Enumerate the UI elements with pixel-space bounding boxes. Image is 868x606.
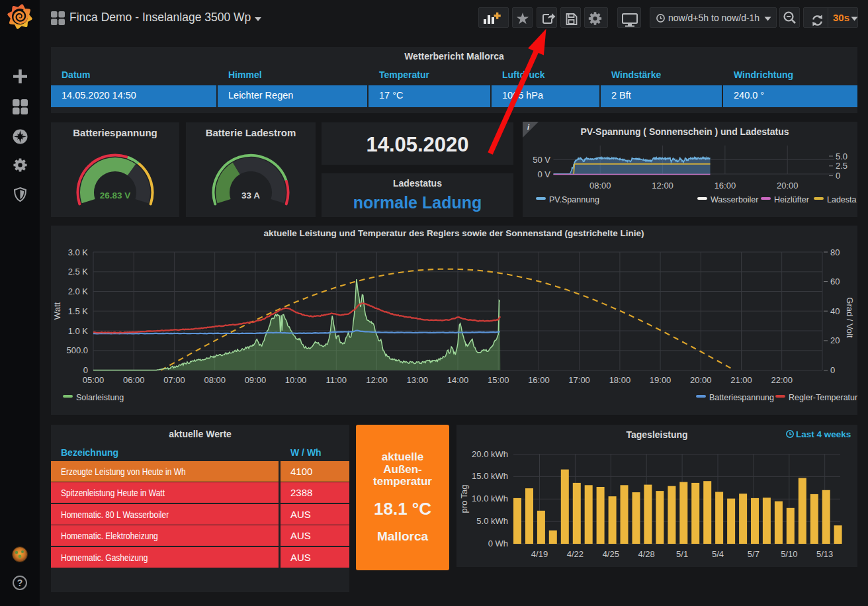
svg-text:0: 0 — [836, 171, 840, 181]
svg-text:20:00: 20:00 — [777, 181, 799, 191]
svg-text:Batteriespannung: Batteriespannung — [73, 127, 157, 138]
svg-text:Regler-Temperatur: Regler-Temperatur — [789, 393, 857, 402]
svg-text:Wasserboiler: Wasserboiler — [711, 195, 758, 204]
svg-text:26.83 V: 26.83 V — [100, 191, 131, 200]
svg-text:0: 0 — [83, 365, 88, 375]
svg-text:10:00: 10:00 — [285, 375, 307, 385]
svg-text:pro Tag: pro Tag — [459, 484, 469, 513]
svg-text:500.0: 500.0 — [66, 345, 88, 355]
svg-text:2.5 K: 2.5 K — [68, 267, 89, 277]
svg-text:06:00: 06:00 — [123, 375, 145, 385]
svg-text:4/25: 4/25 — [603, 549, 619, 559]
svg-text:Batterie Ladestrom: Batterie Ladestrom — [206, 127, 296, 138]
svg-text:14:00: 14:00 — [447, 375, 469, 385]
svg-text:5/7: 5/7 — [748, 549, 760, 559]
svg-text:1.0 K: 1.0 K — [68, 326, 89, 336]
svg-text:60: 60 — [830, 277, 840, 286]
svg-text:11:00: 11:00 — [326, 375, 347, 385]
svg-text:Tagesleistung: Tagesleistung — [626, 429, 687, 440]
svg-text:2.0 K: 2.0 K — [68, 286, 89, 296]
svg-text:12:00: 12:00 — [652, 181, 673, 191]
svg-text:Grad / Volt: Grad / Volt — [845, 297, 855, 338]
svg-text:Last 4 weeks: Last 4 weeks — [796, 429, 851, 439]
svg-text:0 Wh: 0 Wh — [488, 539, 508, 548]
svg-text:22:00: 22:00 — [771, 375, 793, 385]
svg-text:19:00: 19:00 — [650, 375, 672, 385]
svg-text:0: 0 — [830, 365, 835, 375]
svg-text:20.0 kWh: 20.0 kWh — [472, 449, 508, 459]
svg-text:08:00: 08:00 — [204, 375, 226, 385]
svg-text:12:00: 12:00 — [366, 375, 388, 385]
svg-text:1.5 K: 1.5 K — [68, 306, 89, 316]
svg-text:21:00: 21:00 — [730, 375, 752, 385]
svg-text:50 V: 50 V — [533, 155, 550, 165]
svg-text:Heizlüfter: Heizlüfter — [774, 195, 809, 204]
svg-text:07:00: 07:00 — [163, 375, 185, 385]
svg-text:Watt: Watt — [52, 302, 62, 320]
svg-text:17:00: 17:00 — [568, 375, 590, 385]
svg-text:08:00: 08:00 — [589, 181, 611, 191]
svg-text:5/13: 5/13 — [816, 549, 833, 559]
svg-text:4/22: 4/22 — [567, 549, 584, 559]
svg-text:5/1: 5/1 — [676, 549, 688, 559]
svg-text:PV.Spannung: PV.Spannung — [549, 195, 599, 204]
svg-text:15.0 kWh: 15.0 kWh — [472, 471, 508, 481]
svg-text:20: 20 — [830, 335, 840, 345]
svg-text:5.0 kWh: 5.0 kWh — [476, 516, 508, 526]
svg-text:05:00: 05:00 — [83, 375, 105, 385]
svg-text:40: 40 — [830, 306, 840, 316]
svg-text:0 V: 0 V — [537, 169, 550, 179]
svg-text:2.5: 2.5 — [836, 161, 847, 171]
svg-text:3.0 K: 3.0 K — [68, 247, 89, 257]
svg-text:10.0 kWh: 10.0 kWh — [472, 494, 508, 503]
svg-text:Ladesta: Ladesta — [827, 195, 857, 204]
svg-text:33 A: 33 A — [241, 191, 260, 200]
svg-text:5/10: 5/10 — [781, 549, 797, 559]
svg-text:80: 80 — [830, 247, 840, 257]
svg-text:aktuelle Leistung und Temperat: aktuelle Leistung und Temperatur des Reg… — [263, 228, 644, 238]
svg-text:5/4: 5/4 — [712, 549, 724, 559]
svg-text:Batteriespannung: Batteriespannung — [709, 393, 774, 402]
svg-text:4/28: 4/28 — [638, 549, 655, 559]
svg-text:4/19: 4/19 — [531, 549, 548, 559]
svg-text:PV-Spannung ( Sonnenschein ) u: PV-Spannung ( Sonnenschein ) und Ladesta… — [580, 126, 789, 137]
svg-text:13:00: 13:00 — [407, 375, 429, 385]
svg-text:16:00: 16:00 — [715, 181, 736, 191]
svg-text:09:00: 09:00 — [245, 375, 267, 385]
svg-text:5.0: 5.0 — [836, 152, 847, 161]
svg-text:15:00: 15:00 — [488, 375, 509, 385]
svg-text:16:00: 16:00 — [528, 375, 550, 385]
svg-text:18:00: 18:00 — [609, 375, 631, 385]
svg-text:20:00: 20:00 — [690, 375, 712, 385]
svg-text:Solarleistung: Solarleistung — [76, 393, 124, 402]
